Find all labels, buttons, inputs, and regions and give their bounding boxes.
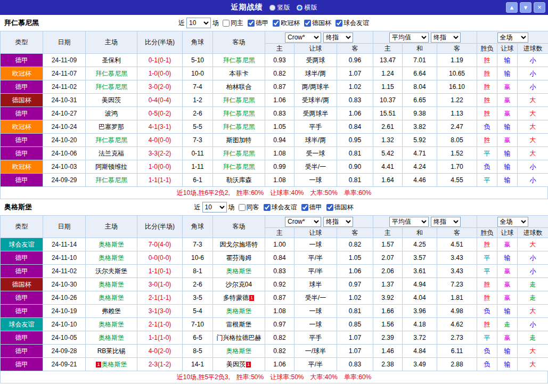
bookmaker-select[interactable]: Crow* bbox=[285, 217, 321, 227]
bookmaker-select[interactable]: Crow* bbox=[285, 32, 321, 43]
score-cell[interactable]: 3-3(2-2) bbox=[137, 147, 183, 160]
score-cell[interactable]: 1-1(1-0) bbox=[137, 331, 183, 345]
score-cell[interactable]: 3-0(1-0) bbox=[137, 278, 183, 291]
league-filter[interactable]: 德甲 bbox=[301, 203, 322, 212]
team-name[interactable]: 拜仁慕尼黑 bbox=[95, 176, 127, 184]
team-name[interactable]: 拜仁慕尼黑 bbox=[223, 163, 255, 170]
team-name[interactable]: 圣保利 bbox=[102, 56, 121, 64]
team-name[interactable]: 奥格斯堡 bbox=[99, 254, 124, 262]
league-filter-checkbox[interactable] bbox=[301, 204, 308, 211]
league-type-cell: 德甲 bbox=[1, 174, 43, 187]
odds-stage-select[interactable]: 终指 bbox=[323, 32, 353, 43]
layout-option-horizontal[interactable]: 横版 bbox=[297, 3, 317, 12]
team-name[interactable]: 沙尔克04 bbox=[226, 281, 252, 288]
score-cell[interactable]: 0-0(0-0) bbox=[137, 251, 183, 265]
team-name[interactable]: 因戈尔施塔特 bbox=[220, 241, 258, 248]
team-name[interactable]: 拜仁慕尼黑 bbox=[223, 123, 255, 130]
score-cell[interactable]: 7-0(4-0) bbox=[137, 238, 183, 251]
close-button[interactable]: × bbox=[534, 2, 545, 13]
col-header-home: 主场 bbox=[86, 216, 137, 238]
team-name[interactable]: 拜仁慕尼黑 bbox=[95, 136, 127, 144]
team-name[interactable]: 柏林联合 bbox=[226, 83, 252, 91]
score-cell[interactable]: 0-4(0-4) bbox=[137, 94, 183, 107]
team-name[interactable]: 波鸿 bbox=[105, 110, 118, 117]
league-filter-checkbox[interactable] bbox=[273, 20, 280, 27]
score-cell[interactable]: 3-1(3-0) bbox=[137, 305, 183, 318]
avg-source-select[interactable]: 平均值 bbox=[389, 32, 429, 43]
league-filter[interactable]: 德国杯 bbox=[326, 203, 354, 212]
avg-source-select[interactable]: 平均值 bbox=[389, 217, 429, 227]
team-name[interactable]: 奥格斯堡 bbox=[226, 347, 252, 355]
score-cell[interactable]: 4-0(0-0) bbox=[137, 134, 183, 147]
team-name[interactable]: 奥格斯堡 bbox=[99, 241, 124, 248]
team-name[interactable]: 法兰克福 bbox=[99, 150, 124, 157]
team-name[interactable]: 弗赖堡 bbox=[102, 307, 121, 315]
score-cell[interactable]: 1-1(1-1) bbox=[137, 174, 183, 187]
league-filter[interactable]: 欧冠杯 bbox=[273, 19, 300, 28]
league-filter-checkbox[interactable] bbox=[248, 20, 255, 27]
recent-count-select[interactable]: 10 bbox=[202, 202, 227, 213]
team-name[interactable]: 雷根斯堡 bbox=[226, 321, 252, 328]
score-cell[interactable]: 4-1(3-1) bbox=[137, 120, 183, 134]
team-name[interactable]: 奥格斯堡 bbox=[226, 267, 252, 275]
team-name[interactable]: 奥格斯堡 bbox=[102, 361, 127, 368]
team-name[interactable]: 门兴格拉德巴赫 bbox=[217, 334, 261, 341]
score-cell[interactable]: 3-0(2-0) bbox=[137, 80, 183, 94]
score-cell[interactable]: 2-3(1-2) bbox=[137, 358, 183, 371]
team-name[interactable]: 拜仁慕尼黑 bbox=[223, 56, 255, 64]
team-name[interactable]: 奥格斯堡 bbox=[99, 294, 124, 301]
team-name[interactable]: 霍芬海姆 bbox=[226, 254, 252, 262]
team-name[interactable]: 拜仁慕尼黑 bbox=[223, 150, 255, 157]
league-filter-checkbox[interactable] bbox=[326, 204, 333, 211]
same-venue-filter-checkbox[interactable] bbox=[223, 20, 230, 27]
team-name[interactable]: 本菲卡 bbox=[230, 70, 249, 77]
away-odds-cell: 1.06 bbox=[337, 107, 373, 120]
odds-stage-select[interactable]: 终指 bbox=[323, 217, 353, 227]
league-filter[interactable]: 球会友谊 bbox=[336, 19, 369, 28]
score-cell[interactable]: 0-5(0-2) bbox=[137, 107, 183, 120]
same-venue-filter[interactable]: 同客 bbox=[239, 203, 259, 212]
scope-select[interactable]: 全场 bbox=[497, 217, 528, 227]
team-name[interactable]: 奥格斯堡 bbox=[226, 307, 252, 315]
league-filter-checkbox[interactable] bbox=[336, 20, 342, 27]
score-cell[interactable]: 1-1(0-1) bbox=[137, 265, 183, 278]
score-cell[interactable]: 1-0(0-0) bbox=[137, 160, 183, 174]
league-filter[interactable]: 德甲 bbox=[248, 19, 268, 28]
recent-count-select[interactable]: 10 bbox=[186, 18, 211, 28]
team-name[interactable]: 拜仁慕尼黑 bbox=[95, 70, 127, 77]
team-name[interactable]: 美因茨 bbox=[102, 96, 121, 104]
team-name[interactable]: 阿斯顿维拉 bbox=[95, 163, 127, 170]
score-cell[interactable]: 2-1(1-1) bbox=[137, 291, 183, 305]
team-name[interactable]: 勒沃库森 bbox=[226, 176, 252, 184]
score-cell[interactable]: 4-0(2-0) bbox=[137, 345, 183, 358]
team-name[interactable]: 拜仁慕尼黑 bbox=[223, 110, 255, 117]
layout-option-vertical[interactable]: 竖版 bbox=[269, 3, 290, 12]
team-name[interactable]: 沃尔夫斯堡 bbox=[95, 267, 127, 275]
team-name[interactable]: 巴塞罗那 bbox=[99, 123, 124, 130]
score-cell[interactable]: 1-0(0-0) bbox=[137, 67, 183, 80]
league-filter[interactable]: 德国杯 bbox=[304, 19, 331, 28]
scope-select[interactable]: 全场 bbox=[497, 32, 528, 43]
avg-stage-select[interactable]: 终指 bbox=[431, 217, 461, 227]
team-name[interactable]: RB莱比锡 bbox=[97, 347, 126, 355]
league-filter-checkbox[interactable] bbox=[304, 20, 311, 27]
team-name[interactable]: 斯图加特 bbox=[226, 136, 252, 144]
avg-stage-select[interactable]: 终指 bbox=[431, 32, 461, 43]
scroll-up-button[interactable]: ▲ bbox=[506, 2, 518, 13]
league-filter[interactable]: 球会友谊 bbox=[264, 203, 297, 212]
team-name[interactable]: 多特蒙德 bbox=[223, 294, 249, 301]
scroll-down-button[interactable]: ▼ bbox=[520, 2, 531, 13]
home-odds-cell: 0.87 bbox=[265, 291, 295, 305]
score-cell[interactable]: 0-1(0-1) bbox=[137, 54, 183, 67]
league-filter-checkbox[interactable] bbox=[264, 204, 271, 211]
same-venue-filter[interactable]: 同主 bbox=[223, 19, 243, 28]
team-name[interactable]: 奥格斯堡 bbox=[99, 321, 124, 328]
same-venue-filter-checkbox[interactable] bbox=[239, 204, 246, 211]
team-name[interactable]: 拜仁慕尼黑 bbox=[95, 83, 127, 91]
team-name[interactable]: 奥格斯堡 bbox=[99, 281, 124, 288]
team-name[interactable]: 奥格斯堡 bbox=[99, 334, 124, 341]
score-cell[interactable]: 2-1(1-0) bbox=[137, 318, 183, 331]
team-name[interactable]: 拜仁慕尼黑 bbox=[223, 96, 255, 104]
team-name[interactable]: 美因茨 bbox=[226, 361, 246, 368]
goals-result-cell: 小 bbox=[518, 265, 548, 278]
